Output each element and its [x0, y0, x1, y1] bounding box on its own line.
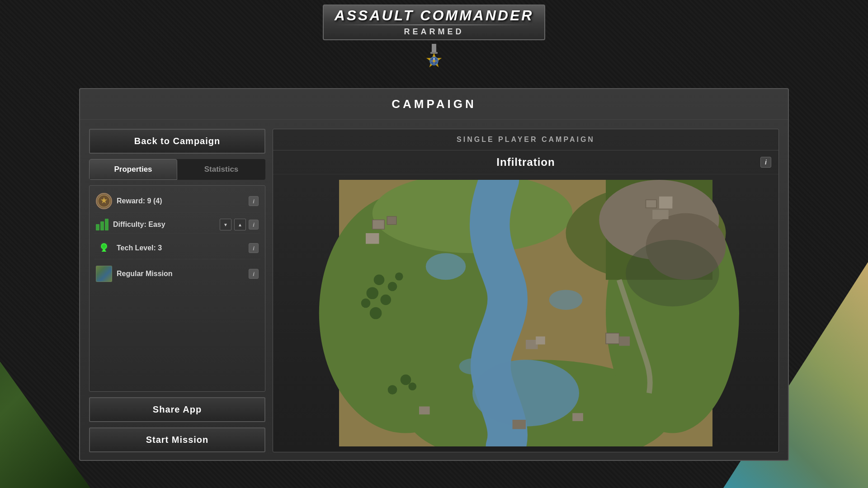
tech-level-label: Tech Level: 3 — [117, 244, 244, 252]
svg-rect-31 — [673, 203, 682, 210]
svg-point-41 — [388, 282, 397, 291]
app-subtitle: REARMED — [335, 27, 534, 37]
medal-icon — [416, 44, 452, 80]
difficulty-row: Difficulty: Easy ▼ ▲ i — [94, 216, 260, 234]
tab-statistics[interactable]: Statistics — [177, 159, 265, 180]
tabs-container: Properties Statistics — [89, 159, 265, 180]
map-container — [273, 174, 778, 452]
difficulty-controls: ▼ ▲ i — [220, 219, 259, 230]
difficulty-label: Difficulty: Easy — [113, 221, 215, 229]
map-svg — [278, 180, 773, 446]
campaign-panel: SINGLE PLAYER CAMPAIGN Infiltration i — [273, 129, 779, 452]
panel-header: CAMPAIGN — [80, 89, 788, 120]
mission-info-button[interactable]: i — [249, 269, 259, 279]
tech-level-icon — [96, 240, 112, 256]
mission-map-mini — [96, 266, 112, 282]
reward-controls: i — [249, 196, 259, 206]
svg-rect-37 — [419, 407, 430, 415]
svg-point-12 — [102, 244, 106, 248]
svg-point-25 — [426, 253, 466, 280]
svg-rect-39 — [572, 413, 583, 421]
difficulty-down-button[interactable]: ▼ — [220, 219, 231, 230]
back-to-campaign-button[interactable]: Back to Campaign — [89, 129, 265, 154]
svg-point-46 — [370, 307, 382, 319]
header: ASSAULT COMMANDER REARMED — [0, 0, 868, 80]
svg-point-51 — [459, 358, 486, 374]
svg-rect-14 — [102, 251, 106, 252]
tech-info-button[interactable]: i — [249, 243, 259, 253]
tab-properties[interactable]: Properties — [89, 159, 177, 180]
svg-point-52 — [626, 240, 719, 307]
campaign-type-label: SINGLE PLAYER CAMPAIGN — [282, 136, 769, 144]
left-column: Back to Campaign Properties Statistics R — [89, 129, 265, 452]
svg-point-49 — [408, 382, 416, 390]
svg-rect-38 — [513, 420, 526, 429]
mission-type-icon — [96, 266, 112, 282]
svg-rect-26 — [373, 220, 385, 230]
svg-rect-36 — [536, 337, 545, 345]
svg-rect-28 — [366, 233, 379, 244]
svg-point-40 — [374, 274, 385, 285]
reward-row: Reward: 9 (4) i — [94, 190, 260, 212]
title-badge: ASSAULT COMMANDER REARMED — [323, 5, 546, 40]
svg-point-8 — [433, 60, 435, 62]
campaign-header: SINGLE PLAYER CAMPAIGN — [273, 129, 778, 150]
diff-bar-1 — [96, 224, 99, 230]
mission-type-row: Regular Mission i — [94, 263, 260, 285]
reward-info-button[interactable]: i — [249, 196, 259, 206]
diff-bar-3 — [105, 219, 108, 230]
svg-point-48 — [388, 385, 397, 394]
svg-rect-27 — [387, 216, 396, 225]
main-panel: CAMPAIGN Back to Campaign Properties Sta… — [79, 88, 789, 461]
diff-bar-2 — [100, 221, 104, 230]
svg-rect-30 — [659, 197, 673, 209]
medal-container — [416, 44, 452, 80]
svg-point-42 — [366, 287, 378, 299]
start-mission-button[interactable]: Start Mission — [89, 427, 265, 452]
svg-point-24 — [472, 360, 579, 427]
campaign-name-row: Infiltration i — [273, 150, 778, 174]
svg-rect-13 — [103, 249, 105, 251]
tech-controls: i — [249, 243, 259, 253]
reward-icon — [96, 193, 112, 209]
panel-title: CAMPAIGN — [392, 97, 476, 111]
mission-name: Infiltration — [496, 156, 555, 169]
mission-map — [278, 180, 773, 446]
svg-rect-33 — [606, 333, 619, 344]
difficulty-up-button[interactable]: ▲ — [234, 219, 246, 230]
svg-point-44 — [380, 295, 391, 305]
svg-rect-0 — [432, 44, 436, 53]
mission-info-corner-button[interactable]: i — [760, 157, 771, 168]
difficulty-bars-icon — [96, 219, 108, 230]
panel-content: Back to Campaign Properties Statistics R — [80, 120, 788, 461]
medal-svg — [416, 44, 452, 80]
svg-rect-29 — [646, 200, 657, 208]
tech-level-row: Tech Level: 3 i — [94, 237, 260, 259]
svg-point-45 — [361, 299, 371, 308]
svg-point-43 — [395, 272, 403, 281]
share-app-button[interactable]: Share App — [89, 397, 265, 422]
difficulty-info-button[interactable]: i — [249, 220, 259, 230]
properties-box: Reward: 9 (4) i Difficulty: Easy — [89, 185, 265, 392]
right-column: SINGLE PLAYER CAMPAIGN Infiltration i — [273, 129, 779, 452]
svg-rect-32 — [652, 210, 668, 219]
svg-rect-34 — [619, 337, 630, 346]
app-title: ASSAULT COMMANDER — [335, 8, 534, 23]
mission-controls: i — [249, 269, 259, 279]
svg-point-47 — [401, 375, 411, 385]
svg-point-50 — [549, 290, 583, 310]
mission-type-label: Regular Mission — [117, 270, 244, 278]
reward-label: Reward: 9 (4) — [117, 197, 244, 205]
title-divider — [335, 24, 534, 25]
